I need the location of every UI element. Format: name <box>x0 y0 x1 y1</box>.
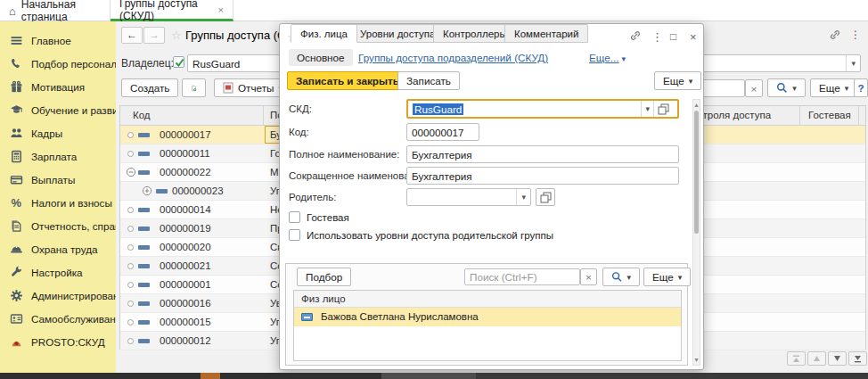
cell-code[interactable]: 000000016 <box>160 298 211 309</box>
clear-search-button[interactable]: × <box>745 79 763 97</box>
chevron-down-icon[interactable]: ▾ <box>641 101 653 117</box>
tab-home-page[interactable]: ⌂ Начальная страница <box>0 0 111 21</box>
cell-code[interactable]: 000000017 <box>160 129 211 140</box>
save-button[interactable]: Записать <box>397 71 460 90</box>
scrollbar-thumb[interactable] <box>694 111 699 234</box>
sidebar-item-label: Настройка <box>31 267 83 278</box>
tab-comment[interactable]: Комментарий <box>504 24 588 43</box>
payments-icon <box>10 173 23 186</box>
create-group-button[interactable] <box>182 78 206 97</box>
sidebar-item-10[interactable]: Охрана труда <box>0 237 116 260</box>
access-group-icon <box>138 264 150 268</box>
cell-code[interactable]: 000000019 <box>160 223 211 234</box>
sidebar-item-5[interactable]: Кадры <box>0 121 116 144</box>
svg-text:%: % <box>12 196 22 210</box>
tab-close-icon[interactable]: × <box>218 4 224 15</box>
scroll-down-icon[interactable]: ▼ <box>693 357 700 363</box>
sidebar-item-label: Кадры <box>31 128 62 139</box>
help-button[interactable]: ? <box>854 78 868 97</box>
cell-code[interactable]: 000000001 <box>160 279 211 290</box>
cell-code[interactable]: 000000012 <box>160 335 211 346</box>
menu-dots-icon[interactable]: ⋮ <box>850 29 861 41</box>
full-name-input[interactable]: Бухгалтерия <box>406 145 679 163</box>
owner-checkbox[interactable] <box>173 56 184 68</box>
sidebar-item-11[interactable]: Настройка <box>0 260 116 284</box>
sidebar-item-3[interactable]: Мотивация <box>0 75 116 98</box>
cell-code[interactable]: 000000015 <box>160 317 211 327</box>
persons-search-button[interactable]: ▾ <box>602 268 640 286</box>
prosto-icon <box>10 335 23 349</box>
pick-button[interactable]: Подбор <box>297 268 351 286</box>
column-code[interactable]: Код <box>133 110 151 120</box>
gear-icon <box>10 289 23 302</box>
short-name-input[interactable]: Бухгалтерия <box>406 167 679 185</box>
go-prev-button[interactable] <box>807 351 826 366</box>
go-next-button[interactable] <box>828 351 847 366</box>
person-row[interactable]: Бажова Светлана Нурисламовна <box>294 308 681 326</box>
cell-code[interactable]: 000000022 <box>160 167 211 177</box>
menu-dots-icon[interactable]: ⋮ <box>651 30 663 44</box>
sidebar-item-9[interactable]: Отчетность, справки <box>0 214 116 237</box>
sidebar-item-label: PROSTO:СКУД <box>31 336 105 348</box>
cell-code[interactable]: 000000014 <box>160 204 211 215</box>
sidebar-item-label: Налоги и взносы <box>31 197 112 209</box>
cell-code[interactable]: 000000020 <box>160 242 211 252</box>
cell-code[interactable]: 000000011 <box>160 148 210 159</box>
clear-search-button[interactable]: × <box>580 268 597 285</box>
close-icon[interactable]: × <box>690 30 697 44</box>
skd-combo[interactable]: RusGuard ▾ <box>406 99 679 119</box>
persons-column-header[interactable]: Физ лицо <box>294 291 681 308</box>
forward-button[interactable]: → <box>143 27 165 44</box>
go-last-button[interactable] <box>848 351 867 366</box>
cell-code[interactable]: 000000021 <box>160 260 211 271</box>
go-first-button[interactable] <box>787 351 806 366</box>
tab-persons[interactable]: Физ. лица <box>291 24 357 43</box>
favorite-star-icon[interactable]: ☆ <box>171 29 182 42</box>
sidebar-item-4[interactable]: Обучение и развитие <box>0 98 116 121</box>
cell-code[interactable]: 000000023 <box>172 185 224 196</box>
maximize-icon[interactable]: □ <box>670 30 676 43</box>
owner-label: Владелец: <box>121 57 174 70</box>
code-input[interactable]: 000000017 <box>406 123 479 141</box>
open-icon[interactable] <box>653 101 673 117</box>
list-more-button[interactable]: Еще ▾ <box>810 78 857 97</box>
create-button[interactable]: Создать <box>121 78 178 97</box>
use-parent-levels-checkbox[interactable] <box>289 229 300 241</box>
tab-access-levels[interactable]: Уровни доступа <box>350 24 445 43</box>
back-button[interactable]: ← <box>121 27 143 44</box>
sidebar-item-14[interactable]: PROSTO:СКУД <box>0 330 116 353</box>
use-parent-levels-row: Использовать уровни доступа родительской… <box>289 229 553 241</box>
record-mark-icon <box>127 282 134 288</box>
chevron-down-icon[interactable]: ▾ <box>846 55 856 71</box>
nav-link-subdivision-groups[interactable]: Группы доступа подразделений (СКУД) <box>358 52 548 63</box>
chevron-down-icon[interactable]: ▾ <box>516 189 526 205</box>
record-mark-icon <box>127 338 134 344</box>
skd-label: СКД: <box>289 103 312 114</box>
scroll-up-icon[interactable]: ▲ <box>693 102 700 108</box>
persons-more-button[interactable]: Еще ▾ <box>643 268 691 286</box>
search-button[interactable]: ▾ <box>767 78 806 97</box>
sidebar-item-7[interactable]: Выплаты <box>0 168 116 191</box>
record-mark-icon <box>127 151 134 157</box>
sidebar-item-12[interactable]: Администрирование <box>0 284 116 307</box>
link-icon[interactable] <box>829 29 841 41</box>
parent-open-button[interactable] <box>536 188 555 206</box>
percent-icon: % <box>10 196 23 210</box>
dialog-more-button[interactable]: Еще ▾ <box>654 71 701 90</box>
sidebar-item-2[interactable]: Подбор персонала <box>0 52 116 75</box>
nav-tab-main[interactable]: Основное <box>289 49 353 66</box>
save-and-close-button[interactable]: Записать и закрыть <box>287 71 408 90</box>
tab-access-groups[interactable]: Группы доступа (СКУД) × <box>111 0 233 21</box>
sidebar-item-label: Главное <box>31 35 71 46</box>
column-guest[interactable]: Гостевая <box>808 110 851 120</box>
nav-link-more[interactable]: Еще...▾ <box>589 52 626 63</box>
parent-combo[interactable]: ▾ <box>406 188 531 206</box>
persons-search-input[interactable]: Поиск (Ctrl+F) <box>464 268 580 285</box>
link-icon[interactable] <box>629 29 642 42</box>
sidebar-item-1[interactable]: Главное <box>0 29 116 52</box>
dialog-scrollbar[interactable]: ▲ ▼ <box>692 99 700 366</box>
sidebar-item-8[interactable]: % Налоги и взносы <box>0 191 116 214</box>
sidebar-item-13[interactable]: Самообслуживание <box>0 307 116 330</box>
guest-checkbox[interactable] <box>289 211 300 223</box>
sidebar-item-6[interactable]: Зарплата <box>0 144 116 168</box>
